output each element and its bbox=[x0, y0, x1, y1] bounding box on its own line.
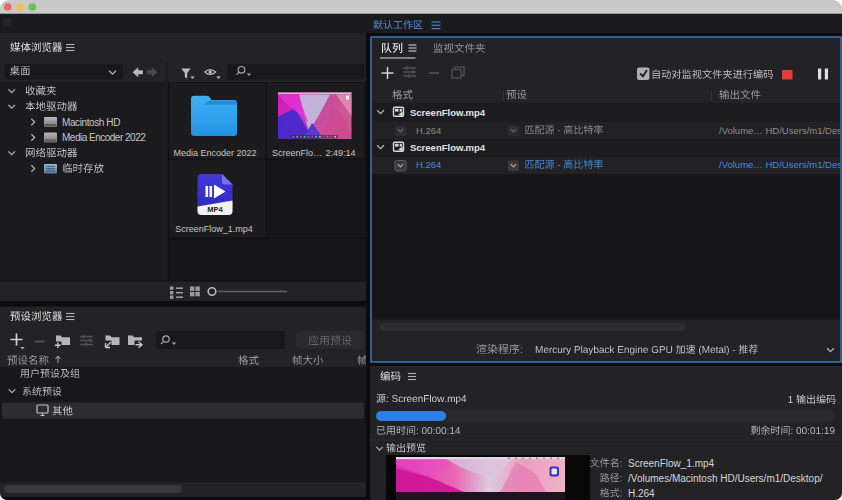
svg-text:MP4: MP4 bbox=[207, 205, 223, 214]
svg-text:ScreenFlow_1.mp4: ScreenFlow_1.mp4 bbox=[628, 458, 715, 469]
svg-text:/Volume… HD/Users/m1/Des: /Volume… HD/Users/m1/Des bbox=[719, 159, 842, 170]
svg-text:H.264: H.264 bbox=[628, 488, 655, 499]
svg-text:Media Encoder 2022: Media Encoder 2022 bbox=[173, 148, 256, 158]
svg-text:ScreenFlow.mp4: ScreenFlow.mp4 bbox=[410, 142, 486, 153]
svg-text:ScreenFlo…: ScreenFlo… bbox=[272, 148, 322, 158]
svg-text:ScreenFlow_1.mp4: ScreenFlow_1.mp4 bbox=[175, 224, 253, 234]
svg-text:ScreenFlow.mp4: ScreenFlow.mp4 bbox=[410, 107, 486, 118]
svg-text:Macintosh HD: Macintosh HD bbox=[62, 117, 120, 128]
svg-text:/Volumes/Macintosh HD/Users/m1: /Volumes/Macintosh HD/Users/m1/Desktop/ bbox=[628, 473, 823, 484]
svg-text:H.264: H.264 bbox=[416, 159, 441, 170]
svg-text:H.264: H.264 bbox=[416, 125, 441, 136]
svg-text:/Volume… HD/Users/m1/Des: /Volume… HD/Users/m1/Des bbox=[719, 125, 842, 136]
svg-text:2:49:14: 2:49:14 bbox=[325, 148, 355, 158]
svg-text:Media Encoder 2022: Media Encoder 2022 bbox=[62, 132, 146, 143]
